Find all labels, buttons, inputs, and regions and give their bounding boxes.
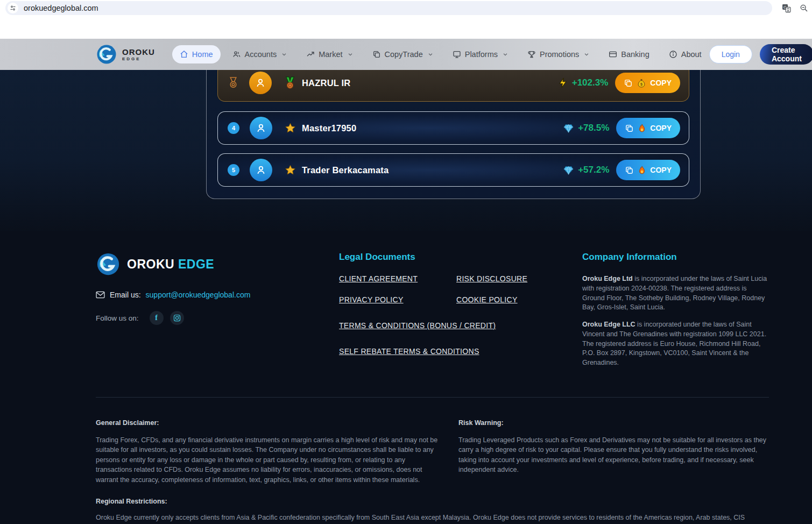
- copy-label: COPY: [650, 124, 672, 132]
- legal-link-terms-conditions[interactable]: TERMS & CONDITIONS (BONUS / CREDIT): [339, 321, 582, 330]
- browser-chrome: orokuedgeglobal.com G: [0, 0, 812, 16]
- follow-label: Follow us on:: [96, 314, 139, 322]
- chevron-down-icon: [348, 52, 353, 57]
- nav-item-banking[interactable]: Banking: [601, 45, 656, 63]
- regional-restrictions-heading: Regional Restrictions:: [96, 498, 769, 505]
- copy-button[interactable]: $ COPY: [615, 73, 680, 93]
- company-name-ltd: Oroku Edge Ltd: [582, 275, 633, 282]
- trader-name[interactable]: HAZRUL IR: [302, 78, 350, 88]
- nav-item-market[interactable]: Market: [299, 45, 360, 63]
- flame-icon: [638, 124, 646, 133]
- trader-row-featured[interactable]: HAZRUL IR +102.3% $ COPY: [217, 70, 689, 102]
- trader-name[interactable]: Trader Berkacamata: [302, 165, 389, 175]
- legal-link-client-agreement[interactable]: CLIENT AGREEMENT: [339, 274, 456, 283]
- login-button[interactable]: Login: [709, 45, 752, 63]
- nav-label: Market: [319, 50, 342, 59]
- create-account-button[interactable]: Create Account: [760, 44, 812, 65]
- trader-avatar[interactable]: [250, 117, 272, 139]
- promotions-trophy-icon: [527, 50, 536, 59]
- banking-card-icon: [609, 50, 617, 59]
- copy-icon: [625, 124, 634, 133]
- person-icon: [255, 164, 267, 176]
- copy-button[interactable]: COPY: [616, 118, 680, 138]
- nav-item-promotions[interactable]: Promotions: [520, 45, 597, 63]
- risk-warning-block: Risk Warning: Trading Leveraged Products…: [458, 419, 769, 485]
- footer-company-column: Company Information Oroku Edge Ltd is in…: [582, 252, 769, 376]
- nav-label: Banking: [621, 50, 649, 59]
- market-icon: [306, 50, 315, 59]
- brand-wordmark: OROKU EDGE: [122, 48, 155, 61]
- brand-primary: OROKU: [122, 48, 155, 56]
- svg-text:$: $: [640, 82, 642, 87]
- legal-link-privacy-policy[interactable]: PRIVACY POLICY: [339, 295, 456, 304]
- footer-divider: [96, 397, 769, 398]
- nav-item-home[interactable]: Home: [172, 45, 221, 63]
- copytrade-hero-section: HAZRUL IR +102.3% $ COPY 4 Master17950: [0, 70, 812, 231]
- site-settings-icon[interactable]: [8, 3, 18, 13]
- bronze-medal-icon: [228, 76, 239, 90]
- oroku-logo-icon: [96, 252, 121, 277]
- trader-gain: +57.2%: [578, 165, 609, 175]
- chevron-down-icon: [428, 52, 433, 57]
- support-email-link[interactable]: support@orokuedgeglobal.com: [146, 291, 251, 299]
- nav-item-accounts[interactable]: Accounts: [225, 45, 295, 63]
- brand-secondary: EDGE: [178, 257, 214, 271]
- auth-buttons: Login Create Account: [709, 44, 812, 65]
- company-paragraph-1: Oroku Edge Ltd is incorporated under the…: [582, 274, 769, 313]
- footer-brand-column: OROKU EDGE Email us: support@orokuedgegl…: [96, 252, 339, 376]
- diamond-icon: [563, 166, 574, 175]
- copy-icon: [625, 166, 634, 175]
- trader-row[interactable]: 5 Trader Berkacamata +57.2% COPY: [217, 153, 689, 187]
- copy-label: COPY: [650, 166, 672, 174]
- trader-avatar[interactable]: [250, 159, 272, 181]
- rank-badge: 5: [228, 164, 239, 176]
- nav-label: CopyTrade: [385, 50, 423, 59]
- diamond-icon: [563, 124, 574, 133]
- zoom-out-icon[interactable]: [800, 4, 808, 12]
- accounts-icon: [232, 50, 241, 59]
- chevron-down-icon: [584, 52, 589, 57]
- instagram-icon[interactable]: [170, 311, 184, 325]
- platforms-icon: [453, 50, 461, 59]
- risk-warning-heading: Risk Warning:: [458, 419, 769, 427]
- rank-badge: 4: [228, 122, 239, 134]
- oroku-logo-icon: [96, 44, 117, 65]
- copy-button[interactable]: COPY: [616, 160, 680, 180]
- footer-legal-column: Legal Documents CLIENT AGREEMENT RISK DI…: [339, 252, 582, 376]
- legal-link-self-rebate-terms[interactable]: SELF REBATE TERMS & CONDITIONS: [339, 347, 582, 356]
- regional-restrictions-body: Oroku Edge currently only accepts client…: [96, 513, 769, 524]
- page-top-whitespace: [0, 16, 812, 39]
- general-disclaimer-heading: General Disclaimer:: [96, 419, 442, 427]
- trader-name[interactable]: Master17950: [302, 123, 356, 133]
- address-bar[interactable]: orokuedgeglobal.com: [5, 1, 772, 15]
- nav-label: Promotions: [540, 50, 579, 59]
- general-disclaimer-body: Trading Forex, CFDs, and any financial d…: [96, 435, 442, 485]
- nav-item-platforms[interactable]: Platforms: [445, 45, 516, 63]
- legal-link-cookie-policy[interactable]: COOKIE POLICY: [456, 295, 582, 304]
- brand-primary: OROKU: [127, 257, 174, 271]
- person-icon: [255, 122, 267, 134]
- trader-row[interactable]: 4 Master17950 +78.5% COPY: [217, 111, 689, 145]
- nav-item-copytrade[interactable]: CopyTrade: [365, 45, 441, 63]
- company-name-llc: Oroku Edge LLC: [582, 321, 636, 328]
- brand-secondary: EDGE: [122, 57, 155, 61]
- company-paragraph-2: Oroku Edge LLC is incorporated under the…: [582, 320, 769, 368]
- trader-avatar[interactable]: [249, 72, 272, 94]
- brand-logo[interactable]: OROKU EDGE: [96, 44, 155, 65]
- legal-link-risk-disclosure[interactable]: RISK DISCLOSURE: [456, 274, 582, 283]
- footer: OROKU EDGE Email us: support@orokuedgegl…: [0, 231, 812, 524]
- chevron-down-icon: [503, 52, 508, 57]
- copytrade-icon: [372, 50, 381, 59]
- url-text[interactable]: orokuedgeglobal.com: [24, 4, 98, 12]
- chevron-down-icon: [281, 52, 287, 57]
- nav-menu: Home Accounts Market CopyTrade Platforms…: [172, 45, 709, 63]
- facebook-icon[interactable]: f: [150, 311, 164, 325]
- copy-icon: [624, 79, 633, 88]
- legal-documents-heading: Legal Documents: [339, 252, 582, 263]
- translate-icon[interactable]: G: [782, 4, 791, 13]
- nav-item-about[interactable]: About: [661, 45, 709, 63]
- email-label: Email us:: [110, 291, 141, 299]
- star-icon: [285, 123, 296, 133]
- company-information-heading: Company Information: [582, 252, 769, 263]
- trader-gain: +78.5%: [578, 123, 609, 133]
